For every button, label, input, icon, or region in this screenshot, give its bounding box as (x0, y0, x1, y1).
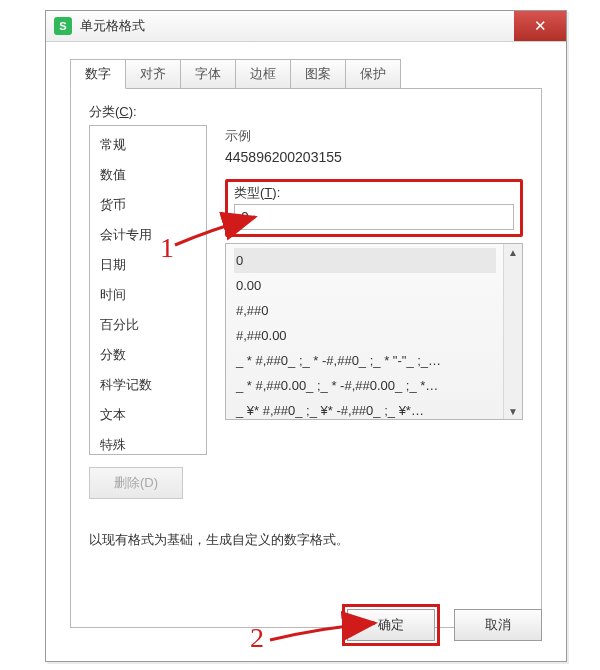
close-icon: ✕ (534, 17, 547, 35)
type-listbox[interactable]: 00.00#,##0#,##0.00_ * #,##0_ ;_ * -#,##0… (225, 243, 523, 420)
scrollbar[interactable]: ▲ ▼ (503, 244, 522, 419)
ok-button[interactable]: 确定 (347, 609, 435, 641)
tab-5[interactable]: 保护 (345, 59, 401, 89)
tab-panel-number: 分类(C): 常规数值货币会计专用日期时间百分比分数科学记数文本特殊自定义 删除… (70, 88, 542, 628)
cancel-button[interactable]: 取消 (454, 609, 542, 641)
type-group-highlight: 类型(T): (225, 179, 523, 237)
type-option[interactable]: 0 (234, 248, 496, 273)
dialog-button-bar: 确定 取消 (342, 604, 542, 646)
type-option[interactable]: _ * #,##0.00_ ;_ * -#,##0.00_ ;_ *… (234, 373, 496, 398)
close-button[interactable]: ✕ (514, 11, 566, 41)
format-hint: 以现有格式为基础，生成自定义的数字格式。 (89, 531, 523, 549)
category-item[interactable]: 科学记数 (90, 370, 206, 400)
category-item[interactable]: 百分比 (90, 310, 206, 340)
scroll-down-icon[interactable]: ▼ (504, 403, 522, 419)
sample-value: 445896200203155 (225, 149, 523, 165)
cell-format-dialog: S 单元格格式 ✕ 数字对齐字体边框图案保护 分类(C): 常规数值货币会计专用… (45, 10, 567, 662)
category-item[interactable]: 会计专用 (90, 220, 206, 250)
category-label: 分类(C): (89, 103, 523, 121)
tab-strip: 数字对齐字体边框图案保护 (70, 58, 542, 88)
delete-button: 删除(D) (89, 467, 183, 499)
category-listbox[interactable]: 常规数值货币会计专用日期时间百分比分数科学记数文本特殊自定义 (89, 125, 207, 455)
tab-0[interactable]: 数字 (70, 59, 126, 89)
scroll-up-icon[interactable]: ▲ (504, 244, 522, 260)
type-option[interactable]: #,##0 (234, 298, 496, 323)
type-input[interactable] (234, 204, 514, 230)
type-label: 类型(T): (234, 184, 514, 202)
window-title: 单元格格式 (80, 17, 145, 35)
type-option[interactable]: #,##0.00 (234, 323, 496, 348)
tab-2[interactable]: 字体 (180, 59, 236, 89)
category-item[interactable]: 文本 (90, 400, 206, 430)
category-item[interactable]: 日期 (90, 250, 206, 280)
titlebar[interactable]: S 单元格格式 ✕ (46, 11, 566, 42)
category-item[interactable]: 特殊 (90, 430, 206, 455)
ok-highlight: 确定 (342, 604, 440, 646)
tab-1[interactable]: 对齐 (125, 59, 181, 89)
category-item[interactable]: 时间 (90, 280, 206, 310)
app-icon: S (54, 17, 72, 35)
category-item[interactable]: 数值 (90, 160, 206, 190)
type-option[interactable]: 0.00 (234, 273, 496, 298)
type-option[interactable]: _ ¥* #,##0_ ;_ ¥* -#,##0_ ;_ ¥*… (234, 398, 496, 420)
type-option[interactable]: _ * #,##0_ ;_ * -#,##0_ ;_ * "-"_ ;_… (234, 348, 496, 373)
tab-4[interactable]: 图案 (290, 59, 346, 89)
sample-label: 示例 (225, 127, 523, 145)
category-item[interactable]: 常规 (90, 130, 206, 160)
category-item[interactable]: 货币 (90, 190, 206, 220)
category-item[interactable]: 分数 (90, 340, 206, 370)
tab-3[interactable]: 边框 (235, 59, 291, 89)
